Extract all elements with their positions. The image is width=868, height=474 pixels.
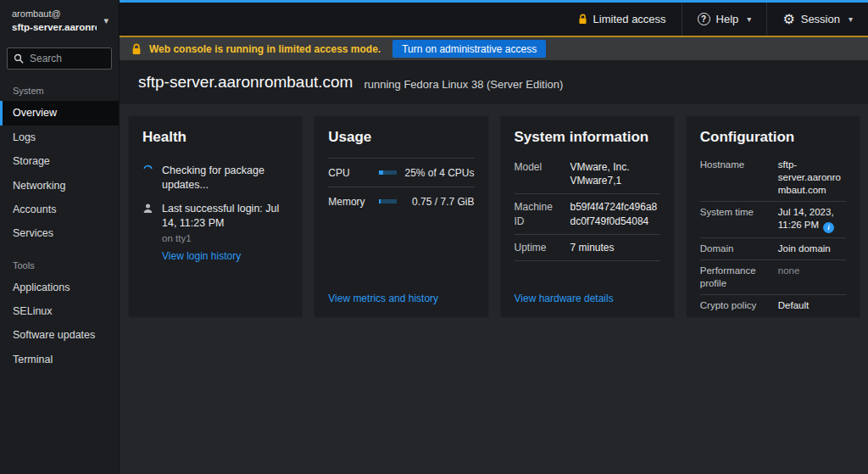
- lock-icon: [131, 43, 142, 55]
- uptime-row: Uptime 7 minutes: [515, 235, 660, 261]
- banner-message: Web console is running in limited access…: [149, 43, 381, 55]
- last-login-block: Last successful login: Jul 14, 11:23 PM …: [162, 202, 288, 264]
- cockpit-app: arombaut@ sftp-server.aaronro... ▾ Syste…: [0, 0, 868, 474]
- gear-icon: ⚙: [782, 13, 794, 26]
- usage-card-title: Usage: [328, 129, 474, 146]
- last-login-tty: on tty1: [162, 232, 288, 246]
- sidebar-item-terminal[interactable]: Terminal: [0, 348, 119, 371]
- sidebar-item-networking[interactable]: Networking: [0, 174, 119, 198]
- sidebar: arombaut@ sftp-server.aaronro... ▾ Syste…: [0, 0, 120, 474]
- search-icon: [14, 53, 24, 64]
- sidebar-item-services[interactable]: Services: [0, 221, 119, 245]
- page-title: sftp-server.aaronrombaut.com: [138, 73, 353, 92]
- usage-rows: CPU 25% of 4 CPUs Memory 0.75 / 7.7 Gi: [328, 158, 474, 215]
- memory-progress-bar: [379, 199, 396, 204]
- system-time-row: System time Jul 14, 2023, 11:26 PMi: [700, 202, 846, 238]
- limited-access-label: Limited access: [593, 13, 666, 25]
- chevron-down-icon: ▾: [849, 14, 853, 24]
- memory-usage-value: 0.75 / 7.7 GiB: [397, 196, 475, 208]
- help-label: Help: [716, 13, 739, 25]
- cpu-usage-row: CPU 25% of 4 CPUs: [328, 158, 474, 187]
- sidebar-item-accounts[interactable]: Accounts: [0, 198, 119, 221]
- help-menu[interactable]: ? Help ▾: [682, 3, 767, 36]
- memory-usage-row: Memory 0.75 / 7.7 GiB: [328, 187, 474, 215]
- user-icon: [142, 202, 154, 264]
- main-area: Limited access ? Help ▾ ⚙ Session ▾ Web …: [120, 0, 868, 474]
- sidebar-item-overview[interactable]: Overview: [0, 101, 119, 125]
- system-information-card: System information Model VMware, Inc. VM…: [501, 116, 674, 316]
- session-label: Session: [801, 13, 840, 25]
- page-header: sftp-server.aaronrombaut.com running Fed…: [120, 60, 868, 104]
- domain-row: Domain Join domain: [700, 238, 846, 260]
- sidebar-item-selinux[interactable]: SELinux: [0, 299, 119, 323]
- limited-access-indicator[interactable]: Limited access: [563, 3, 682, 36]
- memory-label: Memory: [328, 196, 379, 208]
- limited-access-banner: Web console is running in limited access…: [120, 36, 868, 60]
- usage-card: Usage CPU 25% of 4 CPUs Memory: [314, 116, 487, 316]
- cpu-progress-bar: [379, 170, 396, 175]
- cpu-label: CPU: [328, 167, 379, 179]
- user-menu[interactable]: arombaut@ sftp-server.aaronro... ▾: [0, 0, 119, 41]
- chevron-down-icon: ▾: [747, 14, 751, 24]
- masthead: Limited access ? Help ▾ ⚙ Session ▾: [120, 0, 868, 36]
- question-circle-icon: ?: [698, 13, 710, 25]
- health-card: Health Checking for package updates...: [129, 116, 302, 316]
- view-login-history-link[interactable]: View login history: [162, 250, 241, 262]
- hostname-row: Hostname sftp-server.aaronrombaut.com: [700, 154, 846, 202]
- system-information-title: System information: [515, 129, 660, 146]
- content-area: Health Checking for package updates...: [120, 104, 868, 474]
- sidebar-search: [7, 47, 112, 70]
- view-metrics-link[interactable]: View metrics and history: [328, 293, 438, 304]
- sidebar-nav: System Overview Logs Storage Networking …: [0, 71, 119, 371]
- overview-cards: Health Checking for package updates...: [129, 116, 860, 316]
- session-menu[interactable]: ⚙ Session ▾: [766, 3, 868, 36]
- configuration-title: Configuration: [700, 129, 846, 146]
- nav-section-tools: Tools: [0, 260, 119, 270]
- nav-section-system: System: [0, 86, 119, 96]
- last-login-status: Last successful login: Jul 14, 11:23 PM …: [142, 202, 288, 264]
- health-card-title: Health: [142, 129, 288, 146]
- last-login-text: Last successful login: Jul 14, 11:23 PM: [162, 203, 279, 229]
- model-row: Model VMware, Inc. VMware7,1: [515, 154, 660, 194]
- os-release-text: running Fedora Linux 38 (Server Edition): [364, 78, 563, 91]
- info-icon[interactable]: i: [823, 222, 834, 233]
- chevron-down-icon: ▾: [103, 15, 108, 26]
- cpu-usage-value: 25% of 4 CPUs: [397, 167, 475, 179]
- package-updates-text: Checking for package updates...: [162, 164, 288, 192]
- view-hardware-details-link[interactable]: View hardware details: [515, 293, 614, 304]
- user-name: arombaut@: [12, 8, 97, 20]
- sidebar-item-logs[interactable]: Logs: [0, 125, 119, 149]
- machine-id-row: Machine ID b59f4f4724fc496a8dc0f749f0d54…: [515, 194, 660, 234]
- user-host: sftp-server.aaronro...: [12, 20, 97, 34]
- turn-on-admin-access-button[interactable]: Turn on administrative access: [392, 40, 546, 58]
- sidebar-item-applications[interactable]: Applications: [0, 276, 119, 299]
- spinner-icon: [142, 164, 154, 192]
- lock-icon: [578, 14, 587, 25]
- sidebar-item-software-updates[interactable]: Software updates: [0, 323, 119, 347]
- configuration-card: Configuration Hostname sftp-server.aaron…: [687, 116, 860, 316]
- crypto-policy-row: Crypto policy Default: [700, 295, 846, 316]
- sidebar-item-storage[interactable]: Storage: [0, 149, 119, 173]
- package-updates-status: Checking for package updates...: [142, 164, 288, 192]
- performance-profile-row: Performance profile none: [700, 260, 846, 295]
